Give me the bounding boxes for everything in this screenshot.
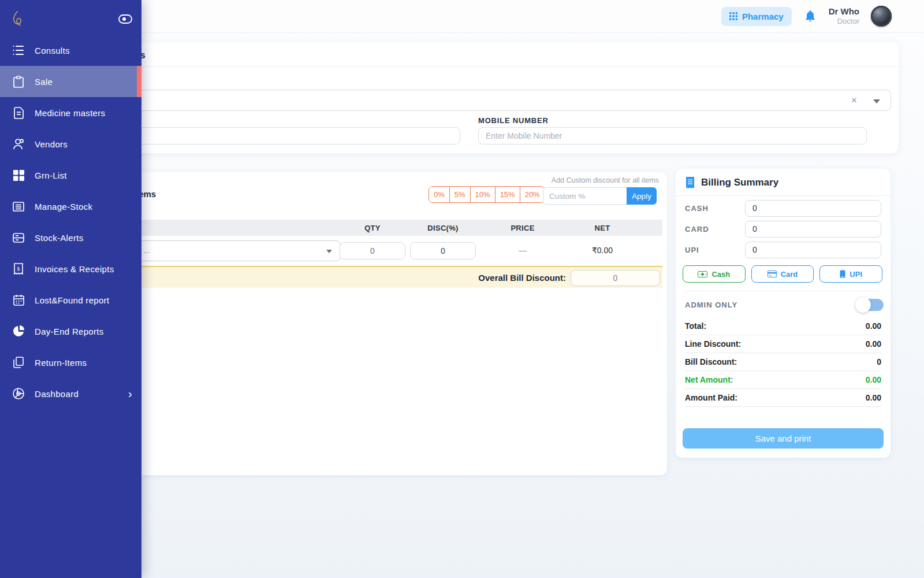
sidebar-item-label: Return-Items (35, 358, 87, 368)
line-discount-value: 0.00 (866, 339, 881, 349)
custom-discount-input[interactable] (543, 187, 627, 205)
pharmacy-app-label: Pharmacy (742, 12, 784, 21)
sidebar-item-day-end-reports[interactable]: Day-End Reports (0, 316, 141, 347)
pages-icon (12, 356, 25, 369)
sidebar-item-label: Grn-List (35, 171, 67, 180)
chevron-right-icon: › (128, 388, 132, 399)
sidebar: Consults Sale Medicine masters Vendors G… (0, 0, 141, 578)
disc-input[interactable] (410, 242, 476, 260)
mobile-number-field[interactable] (478, 127, 867, 144)
credit-card-icon (767, 271, 777, 277)
quick-discount-group: 0% 5% 10% 15% 20% (429, 186, 545, 203)
pharmacy-app-button[interactable]: Pharmacy (721, 7, 792, 26)
overall-discount-input[interactable] (571, 270, 660, 286)
brand-logo (10, 10, 24, 28)
qty-header: QTY (364, 224, 381, 232)
discount-20-button[interactable]: 20% (520, 187, 545, 202)
discount-0-button[interactable]: 0% (429, 187, 450, 202)
cash-mode-button[interactable]: Cash (683, 265, 746, 283)
patient-search-select[interactable]: × (52, 90, 891, 111)
clear-icon[interactable]: × (851, 95, 857, 106)
amount-paid-value: 0.00 (866, 393, 881, 402)
sidebar-item-sale[interactable]: Sale (0, 66, 141, 97)
cash-amount-input[interactable] (745, 200, 881, 217)
user-name: Dr Who (829, 6, 859, 17)
card-amount-input[interactable] (745, 221, 881, 238)
total-row: Total: 0.00 (685, 317, 881, 335)
upi-amount-input[interactable] (745, 242, 881, 258)
totals-section: Total: 0.00 Line Discount: 0.00 Bill Dis… (676, 317, 891, 407)
sidebar-item-grn-list[interactable]: Grn-List (0, 160, 141, 191)
list-icon (12, 44, 25, 57)
line-discount-label: Line Discount: (685, 339, 741, 349)
admin-only-toggle[interactable] (857, 298, 884, 312)
sidebar-item-label: Consults (35, 46, 70, 55)
upi-mode-label: UPI (850, 270, 862, 279)
sidebar-item-stock-alerts[interactable]: Stock-Alerts (0, 222, 141, 253)
active-indicator (137, 66, 141, 97)
sidebar-item-medicine-masters[interactable]: Medicine masters (0, 97, 141, 128)
total-label: Total: (685, 321, 706, 331)
total-value: 0.00 (866, 321, 881, 331)
custom-discount-hint: Add Custom discount for all items (552, 176, 659, 184)
sidebar-item-consults[interactable]: Consults (0, 35, 141, 66)
avatar[interactable] (871, 6, 892, 27)
save-and-print-button[interactable]: Save and print (683, 428, 884, 449)
qty-input[interactable] (340, 242, 405, 260)
chevron-down-icon[interactable] (873, 99, 880, 103)
sidebar-item-lost-found-report[interactable]: Lost&Found report (0, 284, 141, 316)
net-amount-row: Net Amount: 0.00 (685, 371, 881, 389)
user-info[interactable]: Dr Who Doctor (829, 6, 859, 27)
upi-mode-button[interactable]: UPI (819, 265, 882, 283)
discount-5-button[interactable]: 5% (450, 187, 471, 202)
sidebar-item-label: Manage-Stock (35, 202, 92, 212)
net-value: ₹0.00 (592, 246, 613, 255)
card-label: CARD (685, 225, 745, 234)
billing-summary-card: Billing Summary CASH CARD UPI Cash Card (676, 169, 891, 458)
net-amount-label: Net Amount: (685, 375, 733, 384)
disc-header: DISC(%) (427, 224, 458, 232)
sidebar-item-manage-stock[interactable]: Manage-Stock (0, 191, 141, 222)
discount-15-button[interactable]: 15% (495, 187, 520, 202)
cash-label: CASH (685, 204, 745, 213)
document-icon (12, 106, 25, 119)
price-header: PRICE (511, 224, 534, 232)
net-header: NET (595, 224, 610, 232)
admin-only-row: ADMIN ONLY (676, 291, 891, 317)
sidebar-item-invoices-receipts[interactable]: $ Invoices & Receipts (0, 253, 141, 284)
sidebar-item-label: Dashboard (35, 389, 79, 399)
pay-mode-buttons: Cash Card UPI (676, 258, 891, 283)
discount-10-button[interactable]: 10% (471, 187, 495, 202)
sidebar-item-label: Invoices & Receipts (35, 264, 114, 274)
chevron-down-icon[interactable] (326, 250, 332, 253)
apply-discount-button[interactable]: Apply (627, 187, 657, 205)
bill-discount-row: Bill Discount: 0 (685, 353, 881, 371)
sidebar-item-return-items[interactable]: Return-Items (0, 347, 141, 378)
sidebar-item-vendors[interactable]: Vendors (0, 128, 141, 160)
person-icon (12, 138, 25, 150)
receipt-dollar-icon: $ (12, 262, 25, 275)
patient-details-card: Patient Details × MOBILE NUMBER (38, 42, 899, 153)
mobile-phone-icon (840, 270, 845, 278)
user-role: Doctor (829, 17, 859, 26)
billing-summary-header: Billing Summary (676, 169, 891, 196)
wheel-icon (12, 387, 25, 400)
line-discount-row: Line Discount: 0.00 (685, 335, 881, 353)
bill-discount-value: 0 (877, 357, 881, 366)
upi-label: UPI (685, 246, 745, 254)
clipboard-icon (12, 75, 25, 88)
amount-paid-label: Amount Paid: (685, 393, 737, 402)
sidebar-item-label: Day-End Reports (35, 327, 104, 336)
card-mode-label: Card (781, 270, 798, 279)
notifications-bell-icon[interactable] (803, 9, 817, 23)
price-value: — (519, 246, 527, 255)
receipt-icon (685, 177, 695, 188)
cash-mode-label: Cash (711, 270, 730, 279)
sidebar-item-label: Medicine masters (35, 108, 105, 118)
card-mode-button[interactable]: Card (751, 265, 814, 283)
sidebar-header (0, 0, 141, 35)
sidebar-item-label: Stock-Alerts (35, 233, 83, 243)
toggle-knob (855, 297, 871, 313)
sidebar-collapse-icon[interactable] (118, 14, 132, 24)
sidebar-item-dashboard[interactable]: Dashboard › (0, 378, 141, 409)
